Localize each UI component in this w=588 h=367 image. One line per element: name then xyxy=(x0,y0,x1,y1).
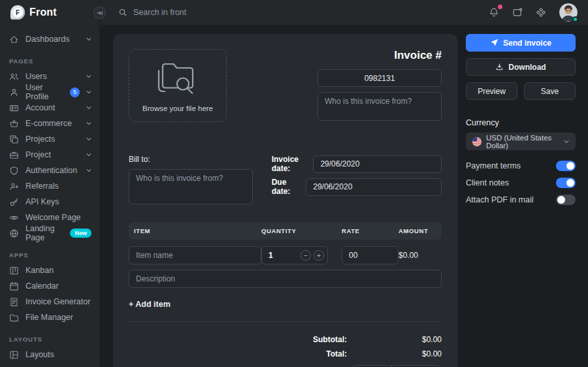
sidebar-item-welcome-page[interactable]: Welcome Page xyxy=(0,210,99,225)
toggle-knob xyxy=(557,196,565,204)
id-card-icon xyxy=(9,103,19,113)
item-row: − + $0.00 xyxy=(129,246,442,264)
attach-pdf-row: Attach PDF in mail xyxy=(466,195,576,205)
item-name-input[interactable] xyxy=(129,246,261,264)
apps-launcher-button[interactable] xyxy=(536,7,546,18)
notifications-button[interactable] xyxy=(489,7,499,18)
briefcase-icon xyxy=(9,150,19,160)
quantity-input[interactable] xyxy=(269,251,288,260)
paper-plane-icon xyxy=(490,39,498,47)
attach-pdf-toggle[interactable] xyxy=(556,195,576,205)
items-table-header: ITEM QUANTITY RATE AMOUNT xyxy=(129,222,442,240)
subtotal-value: $0.00 xyxy=(347,335,442,344)
online-status-dot xyxy=(572,16,578,22)
total-value: $0.00 xyxy=(347,349,442,359)
payment-terms-toggle[interactable] xyxy=(556,161,576,171)
add-item-link[interactable]: + Add item xyxy=(129,300,171,309)
sidebar-item-user-profile[interactable]: User Profile 5 xyxy=(0,84,99,100)
invoice-title: Invoice # xyxy=(318,49,442,62)
download-icon xyxy=(495,63,504,71)
sidebar-section-apps: APPS xyxy=(0,251,99,259)
bill-to-textarea[interactable] xyxy=(129,169,253,204)
sidebar-item-referrals[interactable]: Referrals xyxy=(0,178,99,194)
col-amount: AMOUNT xyxy=(399,227,436,234)
sidebar-item-authentication[interactable]: Authentication xyxy=(0,163,99,178)
sidebar-collapse-button[interactable] xyxy=(93,7,106,19)
chevron-down-icon xyxy=(86,74,91,78)
layout-icon xyxy=(9,350,19,360)
col-item: ITEM xyxy=(134,227,261,234)
brand[interactable]: F Front xyxy=(0,5,100,20)
bill-to-label: Bill to: xyxy=(129,155,253,164)
sidebar-item-invoice-generator[interactable]: Invoice Generator xyxy=(0,294,99,310)
sidebar-item-account[interactable]: Account xyxy=(0,100,99,116)
rate-input[interactable] xyxy=(342,246,399,264)
save-button[interactable]: Save xyxy=(524,82,576,100)
whats-new-button[interactable] xyxy=(512,7,523,18)
folder-icon xyxy=(9,313,19,323)
diamond-grid-icon xyxy=(536,7,546,18)
user-icon xyxy=(9,88,19,97)
user-plus-icon xyxy=(9,182,19,191)
invoice-date-input[interactable] xyxy=(313,155,442,173)
currency-select[interactable]: USD (United States Dollar) xyxy=(466,133,576,150)
search-input[interactable] xyxy=(133,8,244,17)
invoice-number-input[interactable] xyxy=(318,69,442,87)
sidebar-section-pages: PAGES xyxy=(0,57,99,65)
receipt-icon xyxy=(9,297,19,307)
global-search[interactable] xyxy=(118,8,244,17)
invoice-card: Browse your file here Invoice # Bill to:… xyxy=(113,34,457,367)
calendar-icon xyxy=(9,281,19,291)
copy-icon xyxy=(9,135,19,144)
search-icon xyxy=(118,8,127,17)
window-dot-icon xyxy=(512,7,523,18)
us-flag-icon xyxy=(472,137,482,146)
send-invoice-button[interactable]: Send invoice xyxy=(466,34,576,52)
amount-value: $0.00 xyxy=(399,251,442,260)
sidebar-item-projects[interactable]: Projects xyxy=(0,131,99,147)
invoice-from-textarea[interactable] xyxy=(318,92,442,121)
users-icon xyxy=(9,72,19,82)
sidebar-item-landing-page[interactable]: Landing Page New xyxy=(0,225,99,241)
chevron-down-icon xyxy=(86,106,91,110)
sidebar-item-layouts[interactable]: Layouts xyxy=(0,347,99,362)
sidebar-item-file-manager[interactable]: File Manager xyxy=(0,310,99,325)
quantity-increase-button[interactable]: + xyxy=(314,250,324,261)
toggle-knob xyxy=(566,179,574,187)
sidebar-item-project[interactable]: Project xyxy=(0,147,99,163)
currency-value: USD (United States Dollar) xyxy=(486,134,559,150)
actions-panel: Send invoice Download Preview Save Curre… xyxy=(466,34,576,367)
quantity-decrease-button[interactable]: − xyxy=(301,250,311,261)
sidebar: Dashboards PAGES Users User Profile 5 Ac… xyxy=(0,25,100,367)
sidebar-item-calendar[interactable]: Calendar xyxy=(0,278,99,294)
sidebar-item-api-keys[interactable]: API Keys xyxy=(0,194,99,210)
top-navbar: F Front xyxy=(0,0,588,25)
sidebar-item-users[interactable]: Users xyxy=(0,69,99,84)
invoice-date-label: Invoice date: xyxy=(272,155,307,173)
upload-label: Browse your file here xyxy=(142,104,213,112)
user-avatar[interactable] xyxy=(559,3,578,22)
count-badge: 5 xyxy=(70,88,80,97)
key-icon xyxy=(9,197,19,207)
download-button[interactable]: Download xyxy=(466,58,576,76)
chevron-down-icon xyxy=(86,37,91,41)
subtotal-label: Subtotal: xyxy=(313,335,347,344)
chevron-down-icon xyxy=(86,168,91,172)
file-upload-dropzone[interactable]: Browse your file here xyxy=(129,49,227,122)
sidebar-item-kanban[interactable]: Kanban xyxy=(0,263,99,278)
kanban-icon xyxy=(9,266,19,276)
toggle-knob xyxy=(566,162,574,170)
preview-button[interactable]: Preview xyxy=(466,82,517,100)
due-date-input[interactable] xyxy=(306,178,442,196)
client-notes-toggle[interactable] xyxy=(556,178,576,188)
basket-icon xyxy=(9,119,19,129)
payment-terms-row: Payment terms xyxy=(466,161,576,171)
sidebar-item-ecommerce[interactable]: E-commerce xyxy=(0,116,99,131)
quantity-stepper[interactable]: − + xyxy=(261,246,328,264)
due-date-label: Due date: xyxy=(272,178,300,196)
sidebar-section-layouts: LAYOUTS xyxy=(0,336,99,343)
col-rate: RATE xyxy=(342,227,399,234)
item-description-input[interactable] xyxy=(129,270,442,288)
main-content: Browse your file here Invoice # Bill to:… xyxy=(100,25,588,367)
sidebar-item-dashboards[interactable]: Dashboards xyxy=(0,31,99,47)
